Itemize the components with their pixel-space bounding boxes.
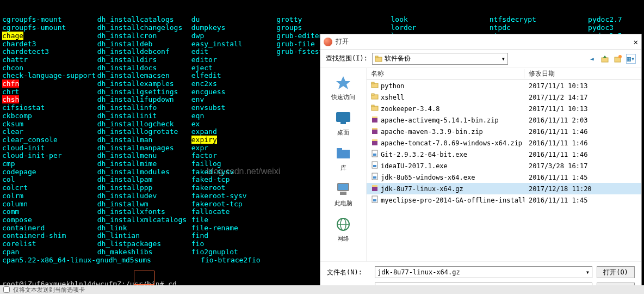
file-list[interactable]: 名称 修改日期 python2017/11/1 10:13xshell2017/… [367,68,641,261]
terminal-entry: dh_installppp [97,183,153,192]
terminal-entry: file-rename [191,224,238,232]
open-button[interactable]: 打开(O) [597,266,635,278]
file-date: 2016/11/11 2:03 [524,117,595,124]
terminal-entry: file [191,216,208,224]
chevron-down-icon: ▾ [501,55,505,63]
cursor-highlight-box [134,271,154,285]
file-date: 2016/11/11 1:45 [524,174,595,181]
terminal-entry: dh_installdirs [97,56,157,64]
terminal-entry: dh_installcatalogs [97,15,174,23]
terminal-entry: dh_installmodules [97,168,170,176]
terminal-entry: cifsiostat [2,103,45,112]
svg-rect-17 [371,82,374,84]
file-row[interactable]: python2017/11/1 10:13 [367,80,641,91]
file-name: apache-tomcat-7.0.69-windows-x64.zip [381,139,522,147]
terminal-entry: chattr [2,56,28,64]
terminal-entry: dh_installchangelogs [97,23,183,32]
svg-rect-8 [337,150,350,158]
dialog-toolbar: 查找范围(I): 软件备份 ▾ ◄ ▦▾ [320,50,641,68]
terminal-entry: find [191,231,208,240]
terminal-entry: factor [191,151,217,160]
file-icon [371,138,379,148]
view-menu-icon[interactable]: ▦▾ [626,54,636,64]
terminal-entry: ckbcomp [2,112,32,120]
file-row[interactable]: Git-2.9.3.2-64-bit.exe2016/11/11 1:46 [367,149,641,160]
file-date: 2017/3/28 16:17 [524,162,595,170]
header-name[interactable]: 名称 [367,69,524,78]
lookin-combo[interactable]: 软件备份 ▾ [372,53,508,65]
sidebar-item-thispc[interactable]: 此电脑 [334,180,352,207]
file-date: 2017/12/18 11:20 [524,185,595,193]
file-list-header[interactable]: 名称 修改日期 [367,68,641,80]
terminal-entry: grotty [276,15,302,23]
terminal-entry: dh_installlogrotate [97,127,178,136]
file-row[interactable]: apache-activemq-5.14.1-bin.zip2016/11/11… [367,114,641,126]
svg-rect-7 [340,122,346,124]
file-name: jdk-8u77-linux-x64.gz [381,185,463,193]
terminal-entry: cloud-init-per [2,151,62,160]
terminal-entry: groups [276,23,302,32]
terminal-entry: cpan [2,248,19,256]
sidebar-item-network[interactable]: 网络 [334,215,352,243]
svg-rect-27 [372,139,377,141]
terminal-entry: dh_installifupdown [97,95,174,103]
sidebar-item-quickaccess[interactable]: 快速访问 [331,74,355,101]
file-row[interactable]: myeclipse-pro-2014-GA-offline-installer-… [367,194,641,206]
file-row[interactable]: apache-maven-3.3.9-bin.zip2016/11/11 1:4… [367,126,641,137]
svg-marker-5 [336,76,350,89]
terminal-entry: dh_installpam [97,175,153,183]
terminal-entry: dh_installlogcheck [97,120,174,128]
filename-input[interactable]: jdk-8u77-linux-x64.gz▾ [375,266,592,278]
terminal-entry: clear [2,127,23,136]
terminal-entry: cloud-init [2,144,45,152]
terminal-entry: elfedit [191,71,221,79]
terminal-entry: dh_installxfonts [97,207,165,216]
terminal-entry: ntfsdecrypt [490,15,536,23]
file-row[interactable]: jdk-8u77-linux-x64.gz2017/12/18 11:20 [367,183,641,194]
sidebar-item-library[interactable]: 库 [334,144,352,172]
terminal-entry: grub-fstest [276,47,323,56]
svg-rect-35 [372,185,377,187]
terminal-entry: dh_installmime [97,160,157,168]
up-folder-icon[interactable] [600,54,610,64]
close-icon[interactable]: ✕ [634,38,638,46]
terminal-entry: eject [191,64,213,72]
desktop-icon [334,109,352,127]
terminal-entry: dwp [191,32,204,40]
file-row[interactable]: jdk-8u65-windows-x64.exe2016/11/11 1:45 [367,171,641,183]
back-icon[interactable]: ◄ [587,54,597,64]
terminal-entry: chcon [2,64,23,72]
terminal-entry: cgroupfs-mount [2,15,62,23]
terminal-entry: fio [191,240,204,248]
terminal-entry: cgroupfs-umount [2,23,66,32]
terminal-entry: envsubst [191,103,226,112]
terminal-entry: expr [191,144,208,152]
file-icon [371,127,379,136]
filename-label: 文件名(N): [327,268,370,277]
terminal-entry: clear_console [2,136,58,144]
new-folder-icon[interactable] [613,54,623,64]
file-row[interactable]: apache-tomcat-7.0.69-windows-x64.zip2016… [367,137,641,149]
terminal-entry: expand [191,127,217,136]
file-row[interactable]: zookeeper-3.4.82017/11/1 10:13 [367,103,641,114]
terminal-entry: fakeroot [191,183,226,192]
file-row[interactable]: xshell2017/11/2 14:17 [367,91,641,103]
star-icon [334,74,352,92]
terminal-entry: column [2,200,28,208]
terminal-entry: expiry [191,136,217,144]
header-date[interactable]: 修改日期 [524,69,595,78]
chevron-down-icon: ▾ [586,268,590,276]
terminal-entry: fio-btrace2fio [201,256,261,264]
terminal-entry: dh_installxmlcatalogs [97,216,187,224]
open-file-dialog: 打开 ✕ 查找范围(I): 软件备份 ▾ ◄ ▦▾ 快速访问 桌面 库 此电脑 … [320,34,642,290]
terminal-entry: dh_installemacsen [97,71,170,79]
footer-checkbox[interactable] [3,286,10,293]
file-name: zookeeper-3.4.8 [381,105,439,113]
terminal-entry: easy_install [191,40,243,48]
file-icon [371,173,379,182]
svg-rect-33 [373,176,376,179]
terminal-entry: eqn [191,112,204,120]
file-row[interactable]: ideaIU-2017.1.exe2017/3/28 16:17 [367,160,641,171]
sidebar-item-desktop[interactable]: 桌面 [334,109,352,137]
dialog-app-icon [324,38,332,46]
